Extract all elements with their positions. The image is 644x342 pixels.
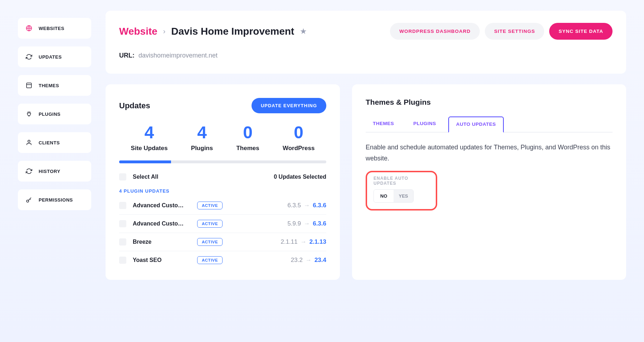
header-card: Website › Davis Home Improvement ★ WORDP… [106, 11, 626, 74]
sidebar-item-label: WEBSITES [39, 26, 64, 31]
url-row: URL: davishomeimprovement.net [119, 52, 613, 59]
plugin-version-old: 2.1.11 [280, 238, 297, 246]
globe-icon [26, 25, 32, 31]
sidebar-item-plugins[interactable]: PLUGINS [18, 104, 91, 124]
plugin-row: Advanced Custo… ACTIVE 5.9.9 → 6.3.6 [119, 215, 326, 233]
updates-selected-text: 0 Updates Selected [274, 174, 326, 180]
auto-updates-highlight-box: ENABLE AUTO UPDATES NO YES [366, 171, 437, 210]
sidebar-item-label: PLUGINS [39, 111, 60, 117]
themes-plugins-title: Themes & Plugins [366, 98, 613, 106]
sidebar-item-label: UPDATES [39, 54, 62, 60]
plugin-version-old: 5.9.9 [287, 220, 301, 227]
plugin-version-new: 2.1.13 [309, 238, 326, 246]
active-badge: ACTIVE [197, 220, 223, 228]
page-title: Davis Home Improvement [171, 26, 294, 37]
breadcrumb: Website › Davis Home Improvement ★ [119, 26, 307, 37]
select-all-label: Select All [133, 174, 158, 180]
history-icon [26, 168, 32, 174]
tab-plugins[interactable]: PLUGINS [406, 117, 443, 132]
update-everything-button[interactable]: UPDATE EVERYTHING [252, 98, 326, 113]
plugin-version-new: 6.3.6 [313, 202, 326, 209]
wordpress-dashboard-button[interactable]: WORDPRESS DASHBOARD [390, 23, 480, 40]
site-settings-button[interactable]: SITE SETTINGS [485, 23, 544, 40]
sidebar-item-updates[interactable]: UPDATES [18, 46, 91, 67]
stat-value: 0 [283, 124, 314, 141]
progress-fill [119, 160, 171, 163]
plugin-checkbox[interactable] [119, 238, 126, 246]
layout-icon [26, 82, 32, 89]
header-actions: WORDPRESS DASHBOARD SITE SETTINGS SYNC S… [390, 23, 613, 40]
url-label: URL: [119, 52, 135, 59]
stat-wordpress: 0 WordPress [283, 124, 314, 152]
stats-row: 4 Site Updates 4 Plugins 0 Themes 0 Word… [119, 124, 326, 152]
tab-themes[interactable]: THEMES [366, 117, 401, 132]
sidebar-item-themes[interactable]: THEMES [18, 75, 91, 96]
stat-label: WordPress [283, 145, 314, 152]
sidebar-item-label: THEMES [39, 83, 59, 88]
plugin-row: Breeze ACTIVE 2.1.11 → 2.1.13 [119, 233, 326, 251]
tabs: THEMES PLUGINS AUTO UPDATES [366, 117, 613, 133]
stat-label: Site Updates [131, 145, 168, 152]
updates-panel: Updates UPDATE EVERYTHING 4 Site Updates… [106, 84, 340, 280]
auto-updates-description: Enable and schedule automated updates fo… [366, 142, 613, 164]
updates-title: Updates [119, 101, 150, 110]
svg-point-6 [26, 200, 29, 202]
chevron-right-icon: › [163, 27, 166, 35]
plugin-version-new: 6.3.6 [313, 220, 326, 227]
star-icon[interactable]: ★ [300, 27, 307, 36]
plugin-name[interactable]: Yoast SEO [133, 257, 194, 263]
refresh-icon [26, 54, 32, 60]
toggle-yes-button[interactable]: YES [394, 190, 413, 202]
progress-bar [119, 160, 326, 163]
stat-value: 4 [131, 124, 168, 141]
arrow-right-icon: → [304, 202, 310, 209]
sidebar-item-websites[interactable]: WEBSITES [18, 18, 91, 39]
select-all-checkbox[interactable] [119, 173, 126, 180]
tab-auto-updates[interactable]: AUTO UPDATES [448, 117, 504, 133]
sidebar: WEBSITES UPDATES THEMES PLUGINS CLIENTS [18, 11, 91, 280]
plugin-version-new: 23.4 [314, 257, 326, 264]
plugin-checkbox[interactable] [119, 257, 126, 264]
stat-label: Plugins [191, 145, 213, 152]
plugin-updates-section-label: 4 PLUGIN UPDATES [119, 188, 326, 194]
plugin-version-old: 6.3.5 [287, 202, 301, 209]
stat-site-updates: 4 Site Updates [131, 124, 168, 152]
themes-plugins-panel: Themes & Plugins THEMES PLUGINS AUTO UPD… [352, 84, 626, 280]
auto-updates-toggle: NO YES [374, 189, 414, 203]
sidebar-item-clients[interactable]: CLIENTS [18, 132, 91, 153]
sidebar-item-history[interactable]: HISTORY [18, 161, 91, 182]
stat-plugins: 4 Plugins [191, 124, 213, 152]
plugin-name[interactable]: Advanced Custo… [133, 202, 194, 209]
stat-value: 0 [236, 124, 259, 141]
sidebar-item-permissions[interactable]: PERMISSIONS [18, 189, 91, 210]
sidebar-item-label: CLIENTS [39, 140, 60, 145]
sidebar-item-label: PERMISSIONS [39, 197, 73, 203]
plugin-name[interactable]: Breeze [133, 239, 194, 245]
sync-site-data-button[interactable]: SYNC SITE DATA [549, 23, 613, 40]
stat-themes: 0 Themes [236, 124, 259, 152]
arrow-right-icon: → [301, 238, 307, 246]
active-badge: ACTIVE [197, 238, 223, 246]
plugin-checkbox[interactable] [119, 202, 126, 209]
stat-value: 4 [191, 124, 213, 141]
key-icon [26, 197, 32, 203]
sidebar-item-label: HISTORY [39, 169, 60, 174]
plugin-row: Advanced Custo… ACTIVE 6.3.5 → 6.3.6 [119, 197, 326, 215]
plugin-version-old: 23.2 [291, 257, 303, 264]
plugin-name[interactable]: Advanced Custo… [133, 220, 194, 227]
arrow-right-icon: → [304, 220, 310, 227]
enable-auto-updates-label: ENABLE AUTO UPDATES [374, 176, 429, 186]
svg-line-8 [30, 199, 30, 200]
user-icon [26, 139, 32, 146]
active-badge: ACTIVE [197, 256, 223, 264]
toggle-no-button[interactable]: NO [374, 190, 394, 202]
stat-label: Themes [236, 145, 259, 152]
active-badge: ACTIVE [197, 202, 223, 209]
plug-icon [26, 111, 32, 117]
arrow-right-icon: → [306, 257, 312, 264]
plugin-row: Yoast SEO ACTIVE 23.2 → 23.4 [119, 251, 326, 269]
url-value[interactable]: davishomeimprovement.net [138, 52, 218, 59]
plugin-checkbox[interactable] [119, 220, 126, 227]
breadcrumb-root[interactable]: Website [119, 26, 157, 37]
svg-point-5 [28, 140, 30, 142]
